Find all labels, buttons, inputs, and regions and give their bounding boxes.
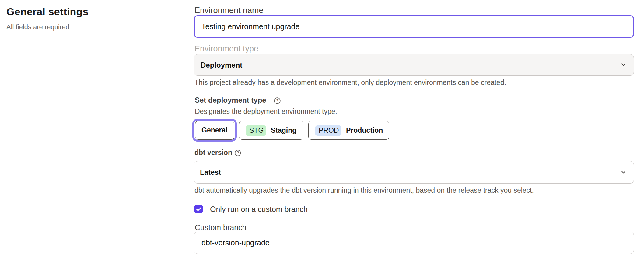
svg-text:?: ?	[236, 150, 239, 155]
svg-text:?: ?	[276, 98, 278, 103]
